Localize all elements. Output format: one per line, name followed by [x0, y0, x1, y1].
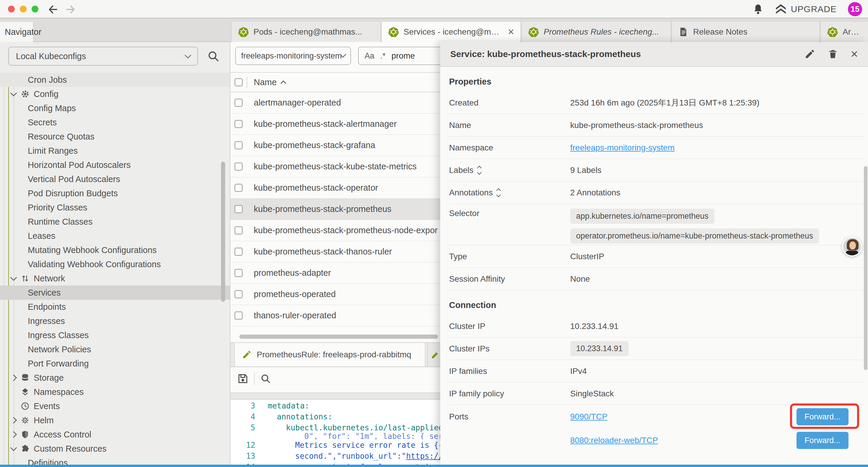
- tab-pods[interactable]: Pods - icecheng@mathmas...: [231, 22, 381, 42]
- port-forward-button[interactable]: Forward...: [797, 408, 848, 425]
- sidebar-item-config-maps[interactable]: Config Maps: [0, 101, 230, 115]
- sidebar-item-services[interactable]: Services: [0, 286, 230, 300]
- table-row[interactable]: kube-prometheus-stack-operator: [230, 177, 440, 199]
- sidebar-item-port-forwarding[interactable]: Port Forwarding: [0, 356, 230, 371]
- forward-icon[interactable]: [64, 4, 76, 16]
- webcam-avatar[interactable]: [842, 236, 862, 257]
- sidebar-item-helm[interactable]: Helm: [0, 413, 230, 428]
- sidebar-search-icon[interactable]: [207, 50, 220, 63]
- tab-prometheus[interactable]: Prometheus Rules - icecheng...: [522, 22, 671, 42]
- sidebar-item-mutating-webhook-configurations[interactable]: Mutating Webhook Configurations: [0, 243, 230, 257]
- regex-toggle[interactable]: .*: [380, 52, 385, 61]
- sidebar-item-runtime-classes[interactable]: Runtime Classes: [0, 214, 230, 229]
- close-window-button[interactable]: [8, 6, 15, 12]
- sidebar-item-storage[interactable]: Storage: [0, 371, 230, 385]
- sidebar-item-horizontal-pod-autoscalers[interactable]: Horizontal Pod Autoscalers: [0, 158, 230, 172]
- sidebar-item-ingress-classes[interactable]: Ingress Classes: [0, 328, 230, 342]
- sidebar-item-namespaces[interactable]: Namespaces: [0, 385, 230, 399]
- sidebar-scrollbar[interactable]: [221, 162, 225, 302]
- sidebar-item-config[interactable]: Config: [0, 87, 230, 101]
- upgrade-button[interactable]: UPGRADE: [775, 3, 837, 15]
- edit-pencil-icon[interactable]: [804, 49, 815, 59]
- sort-updown-icon[interactable]: [478, 167, 481, 174]
- row-checkbox[interactable]: [235, 290, 243, 298]
- table-search-input[interactable]: Aa .* prome: [358, 47, 440, 65]
- save-icon[interactable]: [237, 373, 249, 384]
- tab-release[interactable]: Release Notes: [672, 22, 820, 42]
- namespace-filter-dropdown[interactable]: freeleaps-monitoring-system: [235, 47, 351, 65]
- navigator-panel-tab[interactable]: Navigator: [0, 22, 33, 42]
- tab-services[interactable]: Services - icecheng@math...×: [381, 22, 521, 42]
- table-row[interactable]: prometheus-operated: [230, 284, 440, 305]
- table-row[interactable]: alertmanager-operated: [230, 92, 440, 114]
- chevron-down-icon[interactable]: [9, 277, 18, 280]
- row-checkbox[interactable]: [235, 312, 243, 320]
- table-row[interactable]: prometheus-adapter: [230, 262, 440, 284]
- sidebar-item-validating-webhook-configurations[interactable]: Validating Webhook Configurations: [0, 257, 230, 271]
- table-row[interactable]: thanos-ruler-operated: [230, 305, 440, 326]
- sidebar-item-limit-ranges[interactable]: Limit Ranges: [0, 144, 230, 158]
- table-row[interactable]: kube-prometheus-stack-prometheus: [230, 199, 440, 220]
- chevron-right-icon[interactable]: [9, 418, 18, 423]
- editor-tab[interactable]: PrometheusRule: freeleaps-prod-rabbitmq: [235, 343, 425, 367]
- table-row[interactable]: kube-prometheus-stack-kube-state-metrics: [230, 156, 440, 177]
- sidebar-item-cron-jobs[interactable]: Cron Jobs: [0, 73, 230, 87]
- match-case-toggle[interactable]: Aa: [365, 52, 374, 61]
- sort-updown-icon[interactable]: [497, 189, 500, 197]
- chevron-down-icon[interactable]: [9, 447, 18, 450]
- sidebar-item-secrets[interactable]: Secrets: [0, 115, 230, 129]
- minimize-window-button[interactable]: [20, 6, 27, 12]
- row-checkbox[interactable]: [235, 141, 243, 149]
- sidebar-item-events[interactable]: Events: [0, 399, 230, 413]
- name-column-header[interactable]: Name: [254, 78, 277, 87]
- port-link[interactable]: 8080:reloader-web/TCP: [570, 436, 658, 445]
- sidebar-item-resource-quotas[interactable]: Resource Quotas: [0, 129, 230, 144]
- chevron-right-icon[interactable]: [9, 375, 18, 380]
- row-checkbox[interactable]: [235, 248, 243, 256]
- close-tab-icon[interactable]: ×: [508, 27, 514, 37]
- sidebar-item-custom-resources[interactable]: Custom Resources: [0, 442, 230, 456]
- delete-trash-icon[interactable]: [828, 49, 838, 59]
- port-link[interactable]: 9090/TCP: [570, 412, 608, 421]
- row-checkbox[interactable]: [235, 205, 243, 213]
- sidebar-item-endpoints[interactable]: Endpoints: [0, 300, 230, 314]
- editor-link[interactable]: https://net: [406, 451, 440, 461]
- sidebar-item-pod-disruption-budgets[interactable]: Pod Disruption Budgets: [0, 186, 230, 200]
- table-row[interactable]: kube-prometheus-stack-grafana: [230, 135, 440, 156]
- row-checkbox[interactable]: [235, 99, 243, 107]
- table-row[interactable]: kube-prometheus-stack-alertmanager: [230, 114, 440, 135]
- detail-label: IP families: [449, 367, 570, 376]
- row-checkbox[interactable]: [235, 120, 243, 128]
- sidebar-item-leases[interactable]: Leases: [0, 229, 230, 243]
- back-icon[interactable]: [47, 4, 59, 16]
- close-icon[interactable]: ×: [850, 48, 858, 60]
- zoom-window-button[interactable]: [32, 6, 38, 12]
- sidebar-item-vertical-pod-autoscalers[interactable]: Vertical Pod Autoscalers: [0, 172, 230, 186]
- chevron-down-icon[interactable]: [9, 92, 18, 95]
- sidebar-item-access-control[interactable]: Access Control: [0, 428, 230, 442]
- sidebar-item-priority-classes[interactable]: Priority Classes: [0, 200, 230, 214]
- row-checkbox[interactable]: [235, 184, 243, 192]
- row-checkbox[interactable]: [235, 226, 243, 234]
- detail-scrollbar[interactable]: [864, 166, 867, 370]
- port-forward-button[interactable]: Forward...: [797, 432, 848, 449]
- namespace-link[interactable]: freeleaps-monitoring-system: [570, 143, 675, 152]
- editor-tab-partial[interactable]: [428, 343, 440, 367]
- select-all-checkbox[interactable]: [235, 78, 243, 86]
- notification-count-badge[interactable]: 15: [848, 2, 862, 16]
- sidebar-item-definitions[interactable]: Definitions: [0, 456, 230, 465]
- sidebar-item-network[interactable]: Network: [0, 271, 230, 286]
- row-checkbox[interactable]: [235, 163, 243, 171]
- kubeconfig-selector[interactable]: Local Kubeconfigs: [8, 47, 198, 66]
- table-row[interactable]: kube-prometheus-stack-thanos-ruler: [230, 241, 440, 262]
- chevron-right-icon[interactable]: [9, 432, 18, 437]
- table-row[interactable]: kube-prometheus-stack-prometheus-node-ex…: [230, 220, 440, 241]
- editor-search-icon[interactable]: [260, 373, 271, 384]
- sidebar-item-ingresses[interactable]: Ingresses: [0, 314, 230, 328]
- tab-argo[interactable]: Argo Se: [820, 22, 868, 42]
- row-checkbox[interactable]: [235, 269, 243, 277]
- yaml-editor[interactable]: 3metadata:4annotations:5kubectl.kubernet…: [230, 400, 440, 465]
- notifications-bell-icon[interactable]: [752, 4, 764, 15]
- sidebar-item-network-policies[interactable]: Network Policies: [0, 342, 230, 356]
- table-horizontal-scrollbar[interactable]: [239, 334, 438, 339]
